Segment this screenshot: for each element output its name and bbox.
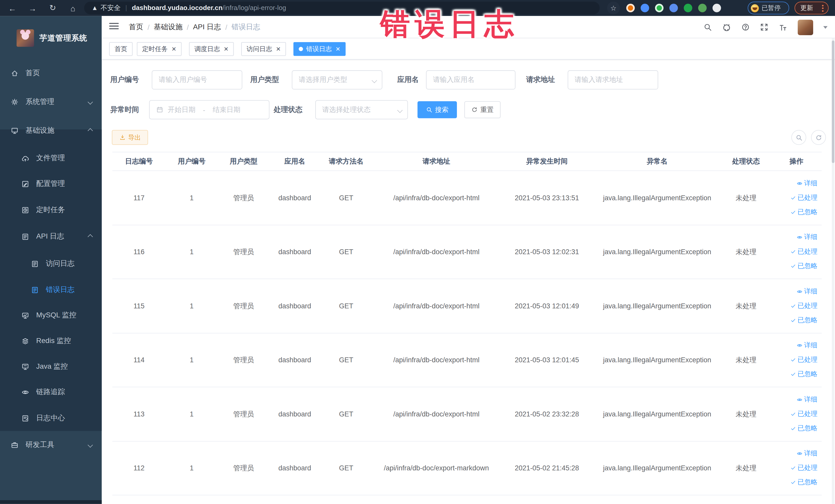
table-header-row: 日志编号用户编号用户类型应用名请求方法名请求地址异常发生时间异常名处理状态操作: [113, 152, 822, 171]
action-link-详细[interactable]: 详细: [797, 341, 817, 350]
help-icon[interactable]: [741, 23, 750, 31]
address-bar[interactable]: ▲ 不安全 | dashboard.yudao.iocoder.cn/infra…: [84, 2, 599, 14]
exception-time-range-input[interactable]: 开始日期 - 结束日期: [149, 100, 269, 119]
security-label[interactable]: 不安全: [101, 3, 121, 12]
cell-url: /api/infra/db-doc/export-html: [372, 301, 501, 310]
breadcrumb-item[interactable]: 首页: [129, 22, 143, 32]
breadcrumb-item: 错误日志: [231, 22, 260, 32]
extension-green-circle-icon[interactable]: [655, 4, 664, 12]
refresh-icon: [815, 134, 822, 141]
app-name-input[interactable]: 请输入应用名: [426, 70, 516, 89]
user-id-placeholder: 请输入用户编号: [159, 75, 207, 85]
action-link-已处理[interactable]: 已处理: [790, 193, 817, 202]
sidebar-item-Redis 监控[interactable]: Redis 监控: [0, 328, 102, 354]
sidebar-item-链路追踪[interactable]: 链路追踪: [0, 379, 102, 405]
sidebar-item-系统管理[interactable]: 系统管理: [0, 89, 102, 115]
action-link-已忽略[interactable]: 已忽略: [790, 370, 817, 379]
browser-menu-icon[interactable]: •••: [821, 4, 824, 12]
request-url-input[interactable]: 请输入请求地址: [568, 70, 658, 89]
sidebar-item-研发工具[interactable]: 研发工具: [0, 432, 102, 458]
extension-blue-grid-icon[interactable]: [669, 4, 678, 12]
toggle-search-button[interactable]: [791, 130, 806, 145]
app-logo-row[interactable]: 芋道管理系统: [0, 21, 102, 55]
breadcrumb-item[interactable]: 基础设施: [154, 22, 183, 32]
process-status-label: 处理状态: [273, 100, 302, 119]
action-link-已处理[interactable]: 已处理: [790, 355, 817, 364]
sidebar-item-label: 链路追踪: [36, 387, 65, 397]
user-id-input[interactable]: 请输入用户编号: [152, 70, 242, 89]
sidebar-item-API 日志[interactable]: API 日志: [0, 224, 102, 249]
search-icon: [426, 106, 432, 113]
tab-label: 访问日志: [247, 44, 272, 54]
tab-首页[interactable]: 首页: [109, 42, 133, 56]
breadcrumb-item[interactable]: API 日志: [193, 22, 221, 32]
process-status-select[interactable]: 请选择处理状态: [315, 100, 408, 119]
action-link-已处理[interactable]: 已处理: [790, 463, 817, 472]
sidebar-item-MySQL 监控[interactable]: MySQL 监控: [0, 302, 102, 328]
action-link-已忽略[interactable]: 已忽略: [790, 262, 817, 270]
fullscreen-icon[interactable]: [760, 23, 768, 31]
user-type-select[interactable]: 请选择用户类型: [292, 70, 383, 89]
action-link-已忽略[interactable]: 已忽略: [790, 208, 817, 217]
check-icon: [790, 465, 796, 471]
action-link-已忽略[interactable]: 已忽略: [790, 316, 817, 325]
action-link-详细[interactable]: 详细: [797, 179, 817, 188]
search-button-label: 搜索: [435, 105, 448, 114]
extension-white-pin-icon[interactable]: [713, 4, 721, 12]
action-link-已处理[interactable]: 已处理: [790, 301, 817, 310]
refresh-table-button[interactable]: [811, 130, 826, 145]
sidebar-item-首页[interactable]: 首页: [0, 60, 102, 86]
extension-green-leaf-icon[interactable]: [698, 4, 707, 12]
tab-访问日志[interactable]: 访问日志✕: [241, 42, 286, 56]
action-link-详细[interactable]: 详细: [797, 287, 817, 296]
user-avatar[interactable]: [798, 20, 813, 35]
browser-forward-button[interactable]: →: [26, 0, 40, 16]
extension-blue-shield-icon[interactable]: [641, 4, 649, 12]
config-icon: [21, 180, 29, 188]
close-icon[interactable]: ✕: [224, 45, 228, 53]
url-divider: |: [125, 4, 127, 12]
search-button[interactable]: 搜索: [418, 101, 457, 118]
extension-on-badge-icon[interactable]: [684, 4, 692, 12]
github-icon[interactable]: [722, 23, 731, 32]
sidebar-item-Java 监控[interactable]: Java 监控: [0, 354, 102, 380]
action-link-已处理[interactable]: 已处理: [790, 247, 817, 256]
sidebar-item-文件管理[interactable]: 文件管理: [0, 145, 102, 171]
bookmark-star-icon[interactable]: ☆: [607, 2, 620, 14]
profile-paused-badge[interactable]: 已暂停: [748, 2, 789, 14]
sidebar-item-定时任务[interactable]: 定时任务: [0, 197, 102, 223]
sidebar-item-配置管理[interactable]: 配置管理: [0, 171, 102, 197]
sidebar-item-日志中心[interactable]: 日志中心: [0, 405, 102, 431]
chevron-down-icon: [398, 108, 402, 113]
sidebar-item-基础设施[interactable]: 基础设施: [0, 118, 102, 143]
page-scrollbar-thumb[interactable]: [832, 41, 834, 163]
action-link-已处理[interactable]: 已处理: [790, 409, 817, 419]
sidebar-item-访问日志[interactable]: 访问日志: [0, 251, 102, 277]
reset-button[interactable]: 重置: [464, 101, 501, 118]
export-button[interactable]: 导出: [112, 130, 148, 145]
cell-user_id: 1: [166, 355, 218, 364]
tab-定时任务[interactable]: 定时任务✕: [137, 42, 182, 56]
sidebar-item-错误日志[interactable]: 错误日志: [0, 277, 102, 303]
close-icon[interactable]: ✕: [335, 45, 340, 53]
action-link-已忽略[interactable]: 已忽略: [790, 478, 817, 487]
action-link-详细[interactable]: 详细: [797, 449, 817, 458]
extension-orange-icon[interactable]: [626, 4, 635, 12]
browser-reload-button[interactable]: ↻: [46, 0, 60, 16]
browser-home-button[interactable]: ⌂: [66, 0, 80, 16]
user-menu-caret-icon[interactable]: [823, 26, 828, 28]
search-icon[interactable]: [704, 23, 712, 31]
close-icon[interactable]: ✕: [276, 45, 281, 53]
sidebar-item-label: API 日志: [36, 231, 64, 241]
action-link-详细[interactable]: 详细: [797, 233, 817, 242]
error-log-table: 日志编号用户编号用户类型应用名请求方法名请求地址异常发生时间异常名处理状态操作 …: [113, 152, 822, 495]
hamburger-icon[interactable]: [109, 22, 119, 31]
tab-调度日志[interactable]: 调度日志✕: [189, 42, 234, 56]
browser-back-button[interactable]: ←: [5, 0, 19, 16]
close-icon[interactable]: ✕: [171, 45, 176, 53]
browser-update-button[interactable]: 更新 •••: [794, 2, 829, 14]
action-link-详细[interactable]: 详细: [797, 395, 817, 404]
tab-错误日志[interactable]: 错误日志✕: [293, 42, 346, 56]
font-size-icon[interactable]: [778, 23, 788, 32]
action-link-已忽略[interactable]: 已忽略: [790, 424, 817, 433]
